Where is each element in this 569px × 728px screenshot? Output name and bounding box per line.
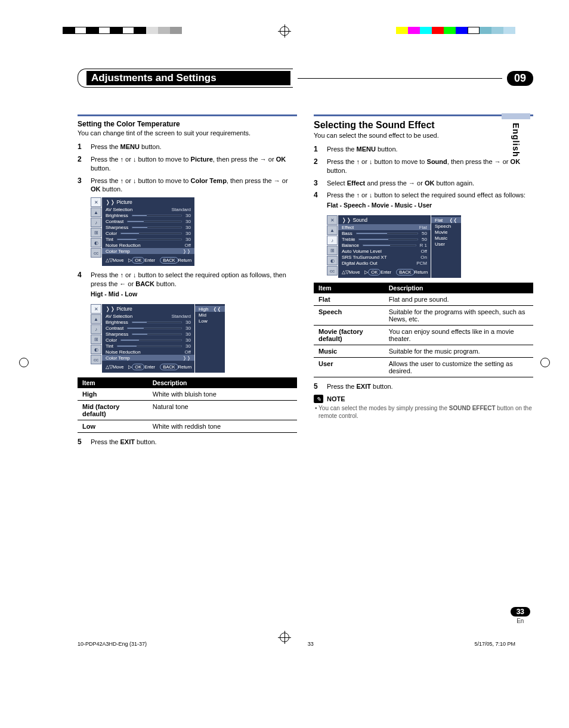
step-text: Press the EXIT button. [91,438,297,447]
step-number: 1 [78,142,85,151]
step-item: 1 Press the MENU button. [78,142,297,151]
osd-panel: ❭❭ Sound EffectFlatBass50Treble50Balance… [338,215,431,278]
step-text: Press the ↑ or ↓ button to select the re… [327,191,533,212]
section-heading: Selecting the Sound Effect [314,120,533,131]
osd-submenu: High❬❬ Mid Low [195,304,225,373]
osd-tab-icon: ✕ [91,304,101,314]
osd-tab-icon: ✕ [327,215,338,225]
steps-list: 1 Press the MENU button. 2 Press the ↑ o… [78,142,297,194]
osd-tab-icon: ▲ [91,314,101,324]
osd-row: Noise ReductionOff [106,349,191,355]
osd-tab-icon: ⊞ [91,334,101,344]
step-number: 4 [314,191,321,212]
header-rule [298,78,502,79]
options-label: Flat - Speech - Movie - Music - User [327,201,533,209]
page: Adjustments and Settings 09 Setting the … [0,0,569,659]
step-number: 3 [314,179,321,188]
osd-tab-icon: ◐ [91,238,101,247]
page-lang: En [511,618,530,624]
language-label: English [511,123,521,157]
language-tab: English [502,113,530,157]
osd-submenu: Flat❬❬ Speech Movie Music User [431,215,461,278]
content-columns: Setting the Color Temperature You can ch… [78,114,533,450]
steps-list: 5 Press the EXIT button. [314,382,533,391]
accent-bar [314,114,533,116]
color-bar-left [63,27,182,34]
table-header: Item [78,377,148,388]
step-number: 4 [78,271,85,301]
osd-footer: △▽Move ▷OKEnter BACKReturn [106,258,191,263]
osd-option: Music [435,235,457,241]
options-label: Higt - Mid - Low [91,290,297,298]
osd-option: Mid [199,312,221,318]
step-item: 1 Press the MENU button. [314,145,533,154]
note-text: • You can select the modes by simply pre… [314,404,533,420]
osd-row: Color Temp❭❭ [102,248,194,254]
note-heading: ✎ NOTE [314,395,533,403]
step-item: 2 Press the ↑ or ↓ button to move to Sou… [314,157,533,175]
osd-side-tabs: ✕ ▲ ♪ ⊞ ◐ cc [91,197,101,266]
osd-tab-icon: ◐ [91,345,101,354]
osd-panel: ❭❭ Picture AV SelectionStandardBrightnes… [102,304,194,373]
osd-footer: △▽Move ▷OKEnter BACKReturn [106,364,191,370]
osd-tab-icon: cc [327,266,338,275]
section-title: Adjustments and Settings [86,71,290,85]
osd-tab-icon: ♪ [91,218,101,227]
osd-option: Movie [435,229,457,235]
osd-tab-icon: ♪ [91,324,101,334]
osd-screenshot: ✕ ▲ ♪ ⊞ ◐ cc ❭❭ Picture AV SelectionStan… [91,304,297,373]
table-header: Description [148,377,297,388]
osd-title: ❭❭ Picture [106,306,191,312]
steps-list: 1 Press the MENU button. 2 Press the ↑ o… [314,145,533,212]
step-text: Press the ↑ or ↓ button to move to Pictu… [91,155,297,173]
steps-list: 5 Press the EXIT button. [78,438,297,447]
osd-row: BalanceR 1 [342,242,427,248]
table-row: MusicSuitable for the music program. [314,345,533,358]
osd-tab-icon: ▲ [327,225,338,235]
footer-date: 5/17/05, 7:10 PM [474,641,515,647]
intro-text: You can change tint of the screen to sui… [78,129,297,137]
step-item: 2 Press the ↑ or ↓ button to move to Pic… [78,155,297,173]
step-number: 5 [78,438,85,447]
color-bar-right [396,27,515,34]
step-text: Select Effect and press the → or OK butt… [327,179,533,188]
osd-footer: △▽Move ▷OKEnter BACKReturn [342,269,427,275]
osd-row: Sharpness30 [106,331,191,337]
osd-screenshot: ✕ ▲ ♪ ⊞ ◐ cc ❭❭ Picture AV SelectionStan… [91,197,297,266]
intro-text: You can select the sound effect to be us… [314,132,533,139]
osd-row: Color Temp❭❭ [102,355,194,361]
step-number: 1 [314,145,321,154]
osd-tab-icon: ▲ [91,207,101,217]
osd-row: Treble50 [342,236,427,242]
osd-tab-icon: ⊞ [327,246,338,255]
osd-tab-icon: cc [91,355,101,364]
chapter-badge: 09 [507,71,533,86]
osd-row: SRS TruSurround XTOn [342,254,427,260]
table-row: UserAllows the user to customize the set… [314,358,533,377]
left-column: Setting the Color Temperature You can ch… [78,114,297,450]
osd-row: Noise ReductionOff [106,242,191,248]
registration-mark-icon [280,26,289,36]
osd-row: Color30 [106,337,191,343]
table-row: Movie (factory default)You can enjoy sou… [314,326,533,345]
print-footer: 10-PDP42A3HD-Eng (31-37) 33 5/17/05, 7:1… [78,641,533,647]
registration-mark-icon [540,358,550,367]
osd-side-tabs: ✕ ▲ ♪ ⊞ ◐ cc [327,215,338,278]
page-badge: 33 En [511,607,530,624]
osd-option: Speech [435,223,457,229]
osd-tab-icon: ◐ [327,256,338,265]
osd-tab-icon: cc [91,248,101,258]
header-frame: Adjustments and Settings [78,69,293,88]
osd-option: High❬❬ [195,306,225,312]
osd-tab-icon: ✕ [91,197,101,207]
osd-screenshot: ✕ ▲ ♪ ⊞ ◐ cc ❭❭ Sound EffectFlatBass50Tr… [327,215,533,278]
osd-row: Digital Audio OutPCM [342,260,427,266]
osd-row: AV SelectionStandard [106,313,191,319]
osd-option: Low [199,318,221,324]
steps-list: 4 Press the ↑ or ↓ button to select the … [78,271,297,301]
osd-row: AV SelectionStandard [106,206,191,212]
osd-title: ❭❭ Sound [342,217,427,223]
table-row: SpeechSuitable for the programs with spe… [314,306,533,326]
step-item: 5 Press the EXIT button. [314,382,533,391]
footer-page: 33 [308,641,314,647]
